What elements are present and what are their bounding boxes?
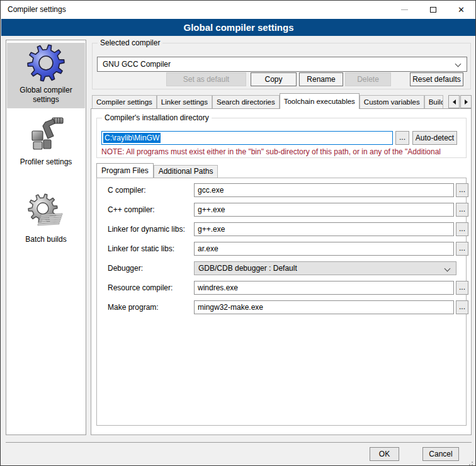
window-controls: ✕	[390, 1, 475, 19]
installation-directory-browse-button[interactable]: ...	[395, 131, 409, 145]
chevron-down-icon	[455, 61, 462, 67]
close-button[interactable]: ✕	[447, 1, 475, 19]
browse-button[interactable]: ...	[456, 281, 468, 295]
reset-defaults-button[interactable]: Reset defaults	[410, 72, 463, 86]
debugger-select-value: GDB/CDB debugger : Default	[198, 262, 297, 275]
minimize-icon	[401, 9, 408, 10]
executable-input[interactable]: g++.exe	[194, 222, 454, 236]
sidebar-item-batch-builds[interactable]: Batch builds	[7, 192, 85, 248]
executable-value: gcc.exe	[198, 184, 224, 196]
rename-button[interactable]: Rename	[299, 72, 343, 86]
tab-toolchain-executables[interactable]: Toolchain executables	[280, 93, 360, 109]
tab-linker-settings[interactable]: Linker settings	[157, 95, 212, 109]
field-row: Resource compiler:windres.exe...	[97, 281, 467, 295]
arrow-left-icon	[453, 99, 456, 105]
dialog-banner: Global compiler settings	[1, 19, 476, 36]
selected-compiler-group: Selected compiler GNU GCC Compiler Set a…	[92, 43, 471, 89]
compiler-select[interactable]: GNU GCC Compiler	[97, 57, 467, 72]
settings-tabs: Compiler settingsLinker settingsSearch d…	[92, 93, 472, 109]
tab-build-options[interactable]: Build options	[424, 95, 443, 109]
selected-compiler-group-label: Selected compiler	[98, 38, 162, 47]
delete-button: Delete	[345, 72, 391, 86]
field-label: C compiler:	[108, 183, 146, 197]
field-row: Linker for static libs:ar.exe...	[97, 242, 467, 256]
set-as-default-button: Set as default	[166, 72, 246, 86]
cancel-button[interactable]: Cancel	[422, 447, 459, 461]
field-row: Linker for dynamic libs:g++.exe...	[97, 222, 467, 236]
field-label: Linker for dynamic libs:	[108, 222, 185, 236]
program-tabs: Program FilesAdditional Paths	[96, 163, 218, 178]
subtab-program-files[interactable]: Program Files	[96, 163, 154, 178]
browse-button[interactable]: ...	[456, 242, 468, 256]
footer-divider	[6, 442, 472, 443]
executable-value: g++.exe	[198, 223, 225, 236]
executable-input[interactable]: windres.exe	[194, 281, 454, 295]
executable-input[interactable]: ar.exe	[194, 242, 454, 256]
executable-input[interactable]: gcc.exe	[194, 183, 454, 197]
maximize-icon	[430, 7, 436, 13]
tab-custom-variables[interactable]: Custom variables	[360, 95, 424, 109]
executable-input[interactable]: mingw32-make.exe	[194, 300, 454, 314]
compiler-actions: Set as defaultCopyRenameDeleteReset defa…	[93, 72, 472, 86]
field-row: Make program:mingw32-make.exe...	[97, 300, 467, 314]
field-label: Linker for static libs:	[108, 242, 174, 256]
ok-button[interactable]: OK	[370, 447, 399, 461]
window-title: Compiler settings	[8, 1, 66, 19]
executable-value: g++.exe	[198, 203, 225, 216]
close-icon: ✕	[458, 6, 465, 14]
copy-button[interactable]: Copy	[251, 72, 297, 86]
sidebar-item-global-compiler-settings[interactable]: Global compiler settings	[7, 43, 85, 108]
installation-directory-value: C:\raylib\MinGW	[103, 133, 161, 143]
installation-directory-group: Compiler's installation directory C:\ray…	[96, 118, 467, 158]
executable-value: mingw32-make.exe	[198, 301, 263, 314]
auto-detect-button[interactable]: Auto-detect	[412, 131, 457, 145]
toolchain-executables-panel: Compiler's installation directory C:\ray…	[91, 108, 472, 435]
installation-directory-input[interactable]: C:\raylib\MinGW	[101, 131, 393, 145]
field-label: Resource compiler:	[108, 281, 173, 295]
executable-value: windres.exe	[198, 281, 238, 294]
arrow-right-icon	[465, 99, 468, 105]
tab-scroll-buttons	[448, 95, 472, 108]
minimize-button[interactable]	[390, 1, 419, 19]
field-row: Debugger:GDB/CDB debugger : Default	[97, 261, 467, 275]
subtab-additional-paths[interactable]: Additional Paths	[154, 165, 218, 178]
installation-directory-group-label: Compiler's installation directory	[102, 113, 212, 122]
browse-button[interactable]: ...	[456, 222, 468, 236]
sidebar-item-label: Global compiler settings	[7, 84, 85, 108]
compiler-select-value: GNU GCC Compiler	[103, 57, 171, 71]
caliper-icon	[26, 115, 66, 155]
tab-scroll-right-button[interactable]	[460, 95, 472, 108]
chevron-down-icon	[445, 266, 451, 272]
browse-button[interactable]: ...	[456, 300, 468, 314]
tab-search-directories[interactable]: Search directories	[212, 95, 280, 109]
tab-scroll-left-button[interactable]	[448, 95, 460, 108]
resize-grip[interactable]	[472, 462, 473, 463]
field-row: C++ compiler:g++.exe...	[97, 203, 467, 217]
executable-value: ar.exe	[198, 242, 218, 255]
field-label: C++ compiler:	[108, 203, 155, 217]
bin-subdirectory-note: NOTE: All programs must exist either in …	[101, 147, 467, 156]
titlebar[interactable]: Compiler settings ✕	[1, 1, 475, 19]
compiler-settings-dialog: Compiler settings ✕ Global compiler sett…	[0, 0, 476, 466]
field-label: Make program:	[108, 300, 159, 314]
sidebar-item-label: Batch builds	[7, 234, 85, 248]
executable-input[interactable]: g++.exe	[194, 203, 454, 217]
browse-button[interactable]: ...	[456, 203, 468, 217]
browse-button[interactable]: ...	[456, 183, 468, 197]
sidebar-item-label: Profiler settings	[7, 156, 85, 171]
tab-compiler-settings[interactable]: Compiler settings	[92, 95, 157, 109]
field-label: Debugger:	[108, 261, 143, 275]
settings-category-list: Global compiler settingsProfiler setting…	[6, 40, 86, 435]
debugger-select[interactable]: GDB/CDB debugger : Default	[194, 261, 456, 275]
blue-gear-icon	[26, 43, 66, 83]
gear-stack-icon	[26, 192, 66, 232]
program-files-panel: C compiler:gcc.exe...C++ compiler:g++.ex…	[96, 178, 467, 426]
field-row: C compiler:gcc.exe...	[97, 183, 467, 197]
sidebar-item-profiler-settings[interactable]: Profiler settings	[7, 115, 85, 171]
maximize-button[interactable]	[419, 1, 447, 19]
